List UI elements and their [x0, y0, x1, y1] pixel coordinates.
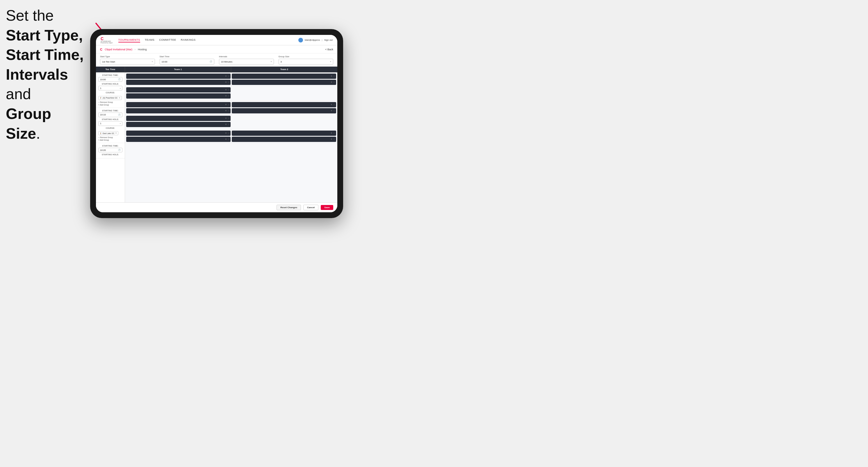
user-area: blair@clippd.io | Sign out: [298, 38, 333, 42]
group-size-label: Group Size: [279, 55, 334, 58]
slot-edit-icon[interactable]: ○: [228, 138, 229, 141]
group1-team2-slots: ✕○ ✕○: [232, 73, 336, 86]
slot-edit-icon[interactable]: ○: [228, 95, 229, 97]
nav-teams[interactable]: TEAMS: [145, 38, 155, 42]
slot-edit-icon[interactable]: ○: [334, 75, 335, 77]
user-avatar: [298, 38, 303, 42]
slot-x-icon[interactable]: ✕: [225, 75, 227, 77]
slot-x-icon[interactable]: ✕: [331, 75, 332, 77]
footer-bar: Reset Changes Cancel Save: [96, 203, 337, 212]
slot-edit-icon[interactable]: ○: [334, 132, 335, 134]
slot-x-icon[interactable]: ✕: [225, 123, 227, 126]
remove-group-1[interactable]: ○ Remove Group: [98, 101, 122, 103]
slot-x-icon[interactable]: ✕: [331, 138, 332, 141]
reset-button[interactable]: Reset Changes: [277, 205, 301, 210]
slot-edit-icon[interactable]: ○: [228, 110, 229, 112]
course-name-1: (A) Peachtree GC: [103, 97, 118, 99]
starting-time-input-1[interactable]: 10:00 🕐: [98, 77, 122, 82]
logo-sub: Powered by clippd: [101, 42, 113, 43]
col-tee-time: Tee Time: [96, 67, 125, 72]
chevron-down-icon-2: ▾: [271, 61, 272, 63]
starting-time-label-1: STARTING TIME:: [98, 74, 122, 76]
slot-edit-icon[interactable]: ○: [334, 103, 335, 106]
nav-tournaments[interactable]: TOURNAMENTS: [118, 38, 140, 42]
group3-slots: ✕○ ✕○ ✕○ ✕○: [125, 129, 337, 143]
slot-x-icon[interactable]: ✕: [225, 117, 227, 120]
slot-edit-icon[interactable]: ○: [228, 123, 229, 126]
group2-slots: ✕○ ✕○ ✕○ ✕○: [125, 101, 337, 115]
starting-hole-input-1[interactable]: 1 ▾: [98, 86, 122, 90]
starting-time-input-3[interactable]: 10:20 🕐: [98, 148, 122, 152]
clock-icon: 🕐: [210, 61, 212, 63]
breadcrumb: C Clippd Invitational (Mar) › Hosting: [100, 48, 147, 51]
sign-out-link[interactable]: Sign out: [324, 39, 333, 41]
table-header: Tee Time Team 1 Team 2: [96, 67, 337, 72]
slot-edit-icon[interactable]: ○: [228, 132, 229, 134]
bold-intervals: Intervals: [6, 66, 68, 83]
intervals-select[interactable]: 10 Minutes ▾: [219, 59, 274, 65]
group3-team1-slots: ✕○ ✕○: [126, 130, 230, 143]
breadcrumb-bar: C Clippd Invitational (Mar) › Hosting < …: [96, 45, 337, 54]
intervals-label: Intervals: [219, 55, 274, 58]
app-logo: C SCOREBOARD Powered by clippd: [101, 37, 113, 43]
slot-edit-icon[interactable]: ○: [334, 81, 335, 84]
slot-x-icon[interactable]: ✕: [225, 132, 227, 134]
col-team2: Team 2: [231, 67, 337, 72]
user-email: blair@clippd.io: [305, 39, 320, 41]
player-slot: ✕○: [126, 102, 230, 107]
player-slot: ✕○: [232, 102, 336, 107]
slot-x-icon[interactable]: ✕: [225, 110, 227, 112]
player-slot: ✕○: [126, 87, 230, 92]
player-slot: ✕○: [232, 130, 336, 136]
slot-x-icon[interactable]: ✕: [331, 81, 332, 84]
slot-edit-icon[interactable]: ○: [334, 138, 335, 141]
back-button[interactable]: < Back: [325, 48, 333, 51]
nav-rankings[interactable]: RANKINGS: [181, 38, 196, 42]
slot-edit-icon[interactable]: ○: [334, 110, 335, 112]
slot-x-icon[interactable]: ✕: [225, 95, 227, 97]
col-team1: Team 1: [125, 67, 231, 72]
slot-x-icon[interactable]: ✕: [225, 138, 227, 141]
nav-committee[interactable]: COMMITTEE: [159, 38, 176, 42]
add-group-1[interactable]: + Add Group: [98, 104, 122, 106]
starting-hole-label-1: STARTING HOLE:: [98, 83, 122, 85]
slot-edit-icon[interactable]: ○: [228, 103, 229, 106]
course-tag-2: 🏌 East Lake GC ✕: [98, 131, 118, 135]
slot-x-icon[interactable]: ✕: [331, 110, 332, 112]
slot-edit-icon[interactable]: ○: [228, 89, 229, 91]
tournament-name[interactable]: Clippd Invitational (Mar): [105, 48, 132, 51]
navbar: C SCOREBOARD Powered by clippd TOURNAMEN…: [96, 35, 337, 45]
course-name-2: East Lake GC: [103, 132, 114, 134]
slot-x-icon[interactable]: ✕: [225, 89, 227, 91]
starting-hole-input-2[interactable]: 1 ▾: [98, 121, 122, 126]
starting-time-label-3: STARTING TIME:: [98, 145, 122, 147]
add-group-2[interactable]: + Add Group: [98, 139, 122, 141]
slot-edit-icon[interactable]: ○: [228, 81, 229, 84]
player-slot: ✕○: [232, 108, 336, 114]
chevron-hole-1: ▾: [120, 87, 121, 89]
group3-team2-slots: ✕○ ✕○: [232, 130, 336, 143]
remove-group-2[interactable]: ○ Remove Group: [98, 136, 122, 138]
player-slot: ✕○: [126, 137, 230, 142]
slot-x-icon[interactable]: ✕: [331, 103, 332, 106]
start-type-select[interactable]: 1st Tee Start ▾: [100, 59, 155, 65]
group-size-select[interactable]: 3 ▾: [279, 59, 334, 65]
player-slot: ✕○: [126, 93, 230, 99]
slot-x-icon[interactable]: ✕: [225, 103, 227, 106]
start-time-label: Start Time: [160, 55, 215, 58]
start-time-select[interactable]: 10:00 🕐: [160, 59, 215, 65]
group-size-group: Group Size 3 ▾: [279, 55, 334, 65]
tablet-device: C SCOREBOARD Powered by clippd TOURNAMEN…: [90, 29, 343, 218]
slot-edit-icon[interactable]: ○: [228, 117, 229, 120]
course-label-2: COURSE:: [98, 127, 122, 129]
remove-course-1[interactable]: ✕: [119, 97, 120, 99]
save-button[interactable]: Save: [321, 205, 333, 210]
slot-x-icon[interactable]: ✕: [225, 81, 227, 84]
starting-time-input-2[interactable]: 10:10 🕐: [98, 113, 122, 117]
group1-slots: ✕○ ✕○ ✕○ ✕○: [125, 72, 337, 86]
cancel-button[interactable]: Cancel: [303, 205, 318, 210]
slot-edit-icon[interactable]: ○: [228, 75, 229, 77]
remove-course-2[interactable]: ✕: [115, 132, 117, 134]
player-slot: ✕○: [232, 73, 336, 79]
slot-x-icon[interactable]: ✕: [331, 132, 332, 134]
